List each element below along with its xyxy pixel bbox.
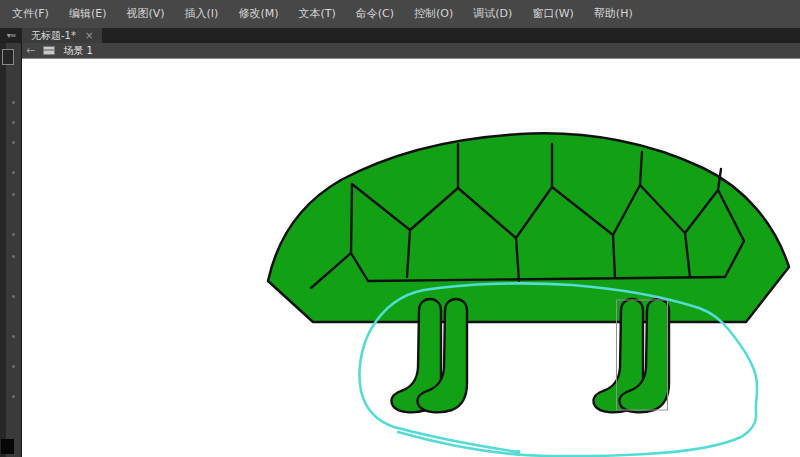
menu-item[interactable]: 文本(T): [288, 0, 345, 28]
tool-icon[interactable]: [12, 121, 15, 124]
tool-icon[interactable]: [12, 233, 15, 236]
scene-icon: [43, 46, 55, 55]
tool-icon[interactable]: [2, 49, 14, 65]
scene-navigation-bar: ← 场景 1: [0, 43, 800, 59]
tool-icon[interactable]: [12, 335, 15, 338]
tool-icon[interactable]: [12, 141, 15, 144]
tool-icon[interactable]: [12, 101, 15, 104]
stage[interactable]: [23, 59, 800, 457]
menu-item[interactable]: 文件(F): [2, 0, 59, 28]
scene-label: 场景 1: [63, 44, 93, 58]
menu-item[interactable]: 修改(M): [228, 0, 288, 28]
menu-bar: 文件(F)编辑(E)视图(V)插入(I)修改(M)文本(T)命令(C)控制(O)…: [0, 0, 800, 28]
menu-item[interactable]: 帮助(H): [584, 0, 643, 28]
tool-icon[interactable]: [12, 295, 15, 298]
tool-icon[interactable]: [12, 193, 15, 196]
close-icon[interactable]: ×: [85, 28, 93, 43]
document-tab-label: 无标题-1*: [31, 28, 76, 43]
tool-icon[interactable]: [12, 365, 15, 368]
flash-app-window: 文件(F)编辑(E)视图(V)插入(I)修改(M)文本(T)命令(C)控制(O)…: [0, 0, 800, 457]
color-swatch[interactable]: [1, 439, 14, 454]
menu-item[interactable]: 控制(O): [404, 0, 463, 28]
tools-panel-edge: [0, 43, 6, 457]
back-arrow-icon[interactable]: ←: [26, 44, 35, 58]
tool-icon[interactable]: [12, 255, 15, 258]
tool-icon[interactable]: [12, 171, 15, 174]
menu-item[interactable]: 插入(I): [175, 0, 229, 28]
menu-item[interactable]: 视图(V): [116, 0, 174, 28]
tool-icon[interactable]: [12, 395, 15, 398]
menu-item[interactable]: 编辑(E): [59, 0, 117, 28]
panel-collapse-icon[interactable]: ▾≡: [0, 28, 22, 43]
document-tab[interactable]: 无标题-1* ×: [22, 28, 102, 43]
tools-panel-strip[interactable]: [0, 43, 22, 457]
menu-item[interactable]: 调试(D): [463, 0, 522, 28]
document-tab-bar: ▾≡ 无标题-1* ×: [0, 28, 800, 43]
menu-item[interactable]: 窗口(W): [522, 0, 583, 28]
menu-item[interactable]: 命令(C): [346, 0, 404, 28]
